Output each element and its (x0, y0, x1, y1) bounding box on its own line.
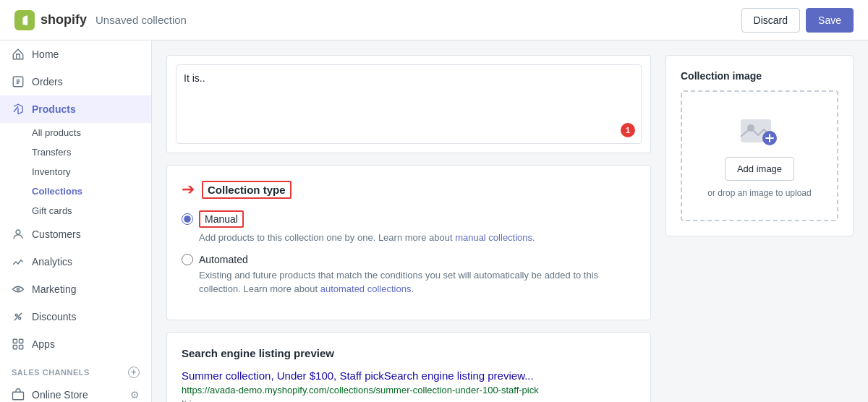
image-placeholder-icon (738, 114, 781, 150)
customers-icon (12, 228, 25, 241)
collection-type-card: ➔ Collection type Manual Add products to… (166, 165, 651, 320)
topbar-actions: Discard Save (741, 8, 854, 33)
description-area[interactable]: It is.. 1 (176, 64, 642, 144)
sidebar-item-apps-label: Apps (32, 338, 55, 350)
collection-type-title: Collection type (202, 181, 292, 199)
manual-radio-label: Manual (199, 210, 244, 228)
sidebar-products-submenu: All products Transfers Inventory Collect… (0, 123, 151, 221)
svg-rect-7 (13, 346, 17, 349)
seo-card: Search engine listing preview Summer col… (166, 332, 651, 403)
sidebar: Home Orders Products All products Transf… (0, 40, 152, 402)
sidebar-item-orders-label: Orders (32, 76, 63, 87)
apps-icon (12, 338, 25, 351)
topbar: shopify Unsaved collection Discard Save (0, 0, 868, 40)
automated-radio-label: Automated (199, 254, 248, 265)
svg-rect-6 (20, 339, 23, 343)
topbar-title: Unsaved collection (95, 14, 187, 26)
image-upload-area[interactable]: Add image or drop an image to upload (681, 90, 838, 221)
manual-radio-description: Add products to this collection one by o… (199, 231, 636, 245)
orders-icon (12, 75, 25, 88)
sidebar-item-analytics[interactable]: Analytics (0, 248, 151, 275)
content-main: It is.. 1 ➔ Collection type Manual (166, 55, 651, 388)
sidebar-item-gift-cards[interactable]: Gift cards (32, 201, 151, 221)
svg-rect-9 (13, 392, 24, 400)
automated-radio-input[interactable] (182, 254, 193, 265)
automated-radio-option: Automated Existing and future products t… (182, 254, 636, 296)
seo-preview-desc: It is.. (182, 398, 636, 403)
content-side: Collection image Add image or drop an im… (665, 55, 854, 388)
products-icon (12, 103, 25, 116)
arrow-icon: ➔ (182, 180, 195, 199)
svg-point-2 (17, 288, 20, 291)
sidebar-item-all-products[interactable]: All products (32, 123, 151, 142)
sidebar-item-home[interactable]: Home (0, 40, 151, 68)
seo-title: Search engine listing preview (182, 347, 636, 359)
svg-point-3 (15, 314, 17, 316)
automated-radio-description: Existing and future products that match … (199, 268, 636, 296)
manual-radio-option: Manual Add products to this collection o… (182, 210, 636, 245)
discard-button[interactable]: Discard (741, 8, 800, 33)
discounts-icon (12, 310, 25, 323)
sidebar-item-customers[interactable]: Customers (0, 221, 151, 248)
home-icon (12, 48, 25, 61)
sidebar-item-discounts-label: Discounts (32, 311, 76, 322)
sales-channels-label: SALES CHANNELS (12, 368, 90, 377)
manual-radio-row: Manual (182, 210, 636, 228)
svg-rect-5 (13, 339, 17, 343)
image-card-title: Collection image (681, 70, 838, 82)
description-card: It is.. 1 (166, 55, 651, 153)
sidebar-item-online-store[interactable]: Online Store ⚙ (0, 381, 151, 402)
save-button[interactable]: Save (806, 8, 854, 33)
sidebar-item-marketing[interactable]: Marketing (0, 275, 151, 303)
sidebar-item-transfers[interactable]: Transfers (32, 142, 151, 162)
topbar-left: shopify Unsaved collection (14, 10, 187, 30)
description-text: It is.. (184, 72, 205, 84)
manual-collections-link[interactable]: manual collections. (455, 232, 535, 243)
image-upload-hint: or drop an image to upload (707, 188, 811, 198)
sidebar-item-products-label: Products (32, 103, 76, 115)
collection-image-card: Collection image Add image or drop an im… (665, 55, 854, 236)
add-sales-channel-icon[interactable]: + (128, 367, 140, 378)
online-store-settings-icon[interactable]: ⚙ (130, 389, 140, 401)
sidebar-item-marketing-label: Marketing (32, 283, 76, 295)
logo-text: shopify (41, 12, 87, 27)
shopify-logo-icon (14, 10, 35, 30)
sidebar-item-customers-label: Customers (32, 228, 81, 240)
automated-radio-row: Automated (182, 254, 636, 265)
sidebar-item-orders[interactable]: Orders (0, 68, 151, 95)
main-content: It is.. 1 ➔ Collection type Manual (152, 40, 868, 402)
sidebar-item-inventory[interactable]: Inventory (32, 162, 151, 181)
sales-channels-section: SALES CHANNELS + (0, 358, 151, 381)
automated-collections-link[interactable]: automated collections. (320, 283, 414, 294)
marketing-icon (12, 283, 25, 296)
sidebar-item-collections[interactable]: Collections (32, 181, 151, 201)
main-layout: Home Orders Products All products Transf… (0, 40, 868, 402)
sidebar-item-home-label: Home (32, 48, 59, 60)
char-count-badge: 1 (621, 123, 635, 137)
manual-radio-input[interactable] (182, 213, 193, 225)
sidebar-item-online-store-label: Online Store (32, 389, 88, 401)
sidebar-item-apps[interactable]: Apps (0, 330, 151, 358)
svg-rect-8 (20, 346, 23, 349)
seo-preview-title: Summer collection, Under $100, Staff pic… (182, 369, 636, 382)
svg-point-4 (19, 317, 21, 320)
sidebar-item-analytics-label: Analytics (32, 256, 72, 268)
svg-point-1 (16, 230, 20, 234)
add-image-button[interactable]: Add image (725, 157, 794, 181)
sidebar-item-discounts[interactable]: Discounts (0, 303, 151, 330)
analytics-icon (12, 255, 25, 268)
online-store-icon (12, 388, 25, 401)
shopify-logo: shopify (14, 10, 87, 30)
seo-preview-url: https://avada-demo.myshopify.com/collect… (182, 385, 636, 395)
sidebar-item-products[interactable]: Products (0, 95, 151, 123)
collection-type-header: ➔ Collection type (182, 180, 636, 199)
